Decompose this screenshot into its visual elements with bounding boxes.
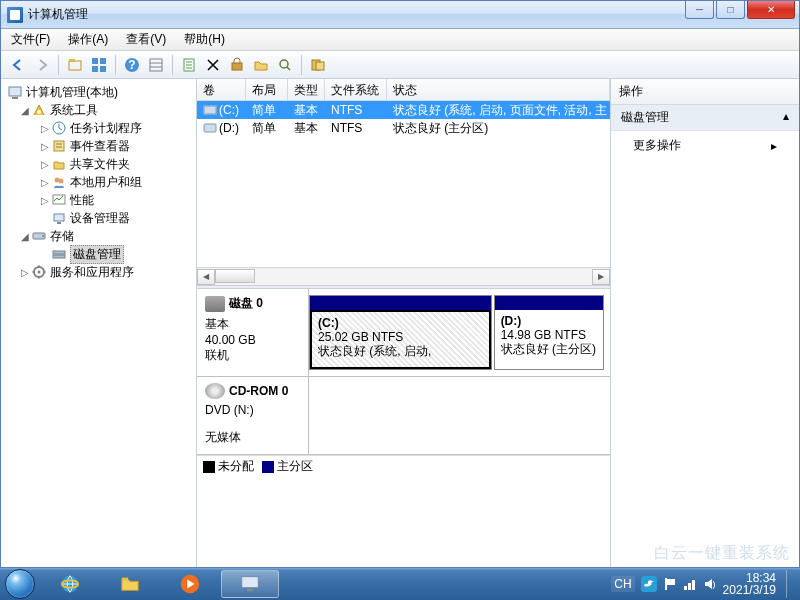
- tree-performance[interactable]: ▷性能: [3, 191, 194, 209]
- partition-c[interactable]: (C:) 25.02 GB NTFS 状态良好 (系统, 启动,: [309, 295, 492, 370]
- legend: 未分配 主分区: [197, 455, 610, 477]
- svg-rect-45: [665, 578, 667, 590]
- actions-section[interactable]: 磁盘管理▴: [611, 105, 799, 131]
- nav-tree[interactable]: 计算机管理(本地) ◢系统工具 ▷任务计划程序 ▷事件查看器 ▷共享文件夹 ▷本…: [1, 79, 197, 567]
- tree-device-manager[interactable]: 设备管理器: [3, 209, 194, 227]
- volume-list-header: 卷 布局 类型 文件系统 状态: [197, 79, 610, 101]
- col-layout[interactable]: 布局: [246, 79, 288, 100]
- tree-root[interactable]: 计算机管理(本地): [3, 83, 194, 101]
- svg-rect-46: [684, 586, 687, 590]
- menu-view[interactable]: 查看(V): [122, 29, 170, 50]
- minimize-button[interactable]: ─: [685, 1, 714, 19]
- folder-open-icon[interactable]: [250, 54, 272, 76]
- svg-rect-2: [92, 58, 98, 64]
- col-filesystem[interactable]: 文件系统: [325, 79, 387, 100]
- svg-text:?: ?: [128, 58, 135, 72]
- watermark: 白云一键重装系统: [654, 543, 790, 564]
- svg-rect-12: [232, 63, 242, 70]
- tray-volume-icon[interactable]: [703, 577, 717, 591]
- svg-rect-37: [204, 124, 216, 132]
- svg-rect-1: [69, 59, 75, 62]
- volume-row-d[interactable]: (D:) 简单 基本 NTFS 状态良好 (主分区): [197, 119, 610, 137]
- tree-storage[interactable]: ◢存储: [3, 227, 194, 245]
- svg-rect-40: [122, 578, 128, 581]
- search-icon[interactable]: [274, 54, 296, 76]
- cdrom-row[interactable]: CD-ROM 0 DVD (N:) 无媒体: [197, 377, 610, 455]
- toolbar: ?: [1, 51, 799, 79]
- svg-rect-32: [53, 255, 65, 258]
- back-button[interactable]: [7, 54, 29, 76]
- col-status[interactable]: 状态: [387, 79, 610, 100]
- svg-rect-28: [57, 222, 61, 224]
- tree-event-viewer[interactable]: ▷事件查看器: [3, 137, 194, 155]
- volume-row-c[interactable]: (C:) 简单 基本 NTFS 状态良好 (系统, 启动, 页面文件, 活动, …: [197, 101, 610, 119]
- svg-rect-4: [92, 66, 98, 72]
- actions-more[interactable]: 更多操作▸: [611, 131, 799, 160]
- svg-rect-8: [150, 59, 162, 71]
- tray-bird-icon[interactable]: [641, 576, 657, 592]
- svg-rect-48: [692, 580, 695, 590]
- disk-0-row[interactable]: 磁盘 0 基本 40.00 GB 联机 (C:) 25.02 GB NTFS 状…: [197, 289, 610, 377]
- svg-line-14: [287, 67, 290, 70]
- window-title: 计算机管理: [28, 6, 685, 23]
- cdrom-info: CD-ROM 0 DVD (N:) 无媒体: [197, 377, 309, 454]
- tree-shared-folders[interactable]: ▷共享文件夹: [3, 155, 194, 173]
- tray-network-icon[interactable]: [683, 577, 697, 591]
- menu-file[interactable]: 文件(F): [7, 29, 54, 50]
- collapse-icon[interactable]: ▴: [783, 109, 789, 126]
- scroll-left-icon[interactable]: ◀: [197, 269, 215, 285]
- svg-rect-42: [242, 577, 259, 588]
- scroll-right-icon[interactable]: ▶: [592, 269, 610, 285]
- volume-list[interactable]: 卷 布局 类型 文件系统 状态 (C:) 简单 基本 NTFS 状态良好 (系统…: [197, 79, 610, 285]
- forward-button[interactable]: [31, 54, 53, 76]
- chevron-right-icon: ▸: [771, 139, 777, 153]
- up-button[interactable]: [64, 54, 86, 76]
- titlebar[interactable]: 计算机管理 ─ □ ✕: [1, 1, 799, 29]
- tray-flag-icon[interactable]: [663, 577, 677, 591]
- start-button[interactable]: [0, 568, 40, 600]
- clock[interactable]: 18:342021/3/19: [723, 572, 776, 596]
- computer-management-window: 计算机管理 ─ □ ✕ 文件(F) 操作(A) 查看(V) 帮助(H) ? 计算: [0, 0, 800, 568]
- svg-point-13: [280, 60, 288, 68]
- tree-systools[interactable]: ◢系统工具: [3, 101, 194, 119]
- delete-icon[interactable]: [202, 54, 224, 76]
- disk-icon: [205, 296, 225, 312]
- disk-map: 磁盘 0 基本 40.00 GB 联机 (C:) 25.02 GB NTFS 状…: [197, 289, 610, 567]
- svg-rect-0: [69, 61, 81, 70]
- svg-rect-36: [204, 106, 216, 114]
- taskbar-computer-management[interactable]: [221, 570, 279, 598]
- taskbar[interactable]: CH 18:342021/3/19: [0, 568, 800, 600]
- svg-point-19: [37, 110, 41, 114]
- menu-help[interactable]: 帮助(H): [180, 29, 229, 50]
- actions-header: 操作: [611, 79, 799, 105]
- menu-action[interactable]: 操作(A): [64, 29, 112, 50]
- refresh-button[interactable]: [178, 54, 200, 76]
- partition-d[interactable]: (D:) 14.98 GB NTFS 状态良好 (主分区): [494, 295, 604, 370]
- tree-task-scheduler[interactable]: ▷任务计划程序: [3, 119, 194, 137]
- view-list-button[interactable]: [145, 54, 167, 76]
- app-icon: [7, 7, 23, 23]
- svg-rect-17: [9, 87, 21, 96]
- options-icon[interactable]: [307, 54, 329, 76]
- tree-services-apps[interactable]: ▷服务和应用程序: [3, 263, 194, 281]
- scroll-thumb[interactable]: [215, 269, 255, 283]
- properties-button[interactable]: [88, 54, 110, 76]
- settings-icon[interactable]: [226, 54, 248, 76]
- menubar: 文件(F) 操作(A) 查看(V) 帮助(H): [1, 29, 799, 51]
- show-desktop-button[interactable]: [786, 570, 794, 598]
- col-type[interactable]: 类型: [288, 79, 325, 100]
- taskbar-ie[interactable]: [41, 570, 99, 598]
- taskbar-explorer[interactable]: [101, 570, 159, 598]
- system-tray[interactable]: CH 18:342021/3/19: [611, 570, 800, 598]
- svg-rect-5: [100, 66, 106, 72]
- help-button[interactable]: ?: [121, 54, 143, 76]
- taskbar-media-player[interactable]: [161, 570, 219, 598]
- main-panel: 卷 布局 类型 文件系统 状态 (C:) 简单 基本 NTFS 状态良好 (系统…: [197, 79, 611, 567]
- horizontal-scrollbar[interactable]: ◀ ▶: [197, 267, 610, 285]
- close-button[interactable]: ✕: [747, 1, 795, 19]
- col-volume[interactable]: 卷: [197, 79, 246, 100]
- tree-local-users[interactable]: ▷本地用户和组: [3, 173, 194, 191]
- maximize-button[interactable]: □: [716, 1, 745, 19]
- language-indicator[interactable]: CH: [611, 576, 634, 592]
- tree-disk-management[interactable]: 磁盘管理: [3, 245, 194, 263]
